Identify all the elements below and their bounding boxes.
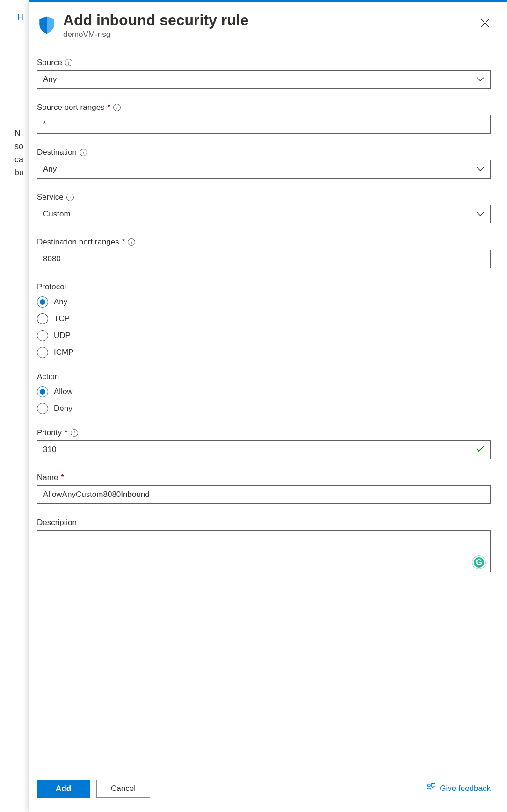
protocol-label: Protocol [37,282,66,292]
service-group: Service i Custom [37,193,491,223]
service-label: Service [37,193,64,202]
required-indicator: * [122,237,125,247]
radio-circle [37,403,48,414]
source-port-group: Source port ranges * i [37,103,491,134]
side-panel: Add inbound security rule demoVM-nsg Sou… [29,0,507,812]
info-icon[interactable]: i [71,429,78,437]
priority-group: Priority * i [37,428,491,459]
required-indicator: * [61,473,64,482]
protocol-group: Protocol AnyTCPUDPICMP [37,282,491,358]
action-group: Action AllowDeny [37,372,491,414]
chevron-down-icon [476,209,485,219]
name-label: Name [37,473,58,482]
priority-label: Priority [37,428,62,438]
radio-label: Any [54,297,67,307]
destination-value: Any [43,165,57,174]
protocol-radio-tcp[interactable]: TCP [37,313,491,324]
close-icon [480,22,490,29]
svg-point-0 [428,784,431,787]
dest-port-group: Destination port ranges * i [37,237,491,268]
add-button[interactable]: Add [37,780,90,798]
source-port-input[interactable] [37,115,491,134]
required-indicator: * [108,103,111,112]
give-feedback-link[interactable]: Give feedback [426,783,491,795]
source-value: Any [43,75,57,84]
radio-label: TCP [54,314,70,323]
info-icon[interactable]: i [66,194,74,201]
feedback-label: Give feedback [440,784,491,793]
protocol-radio-icmp[interactable]: ICMP [37,347,491,358]
radio-circle [37,313,48,324]
feedback-icon [426,783,436,795]
dest-port-label: Destination port ranges [37,237,119,247]
source-select[interactable]: Any [37,70,491,89]
destination-select[interactable]: Any [37,160,491,179]
radio-label: Allow [54,387,73,396]
panel-subtitle: demoVM-nsg [63,30,473,39]
info-icon[interactable]: i [128,238,135,246]
bg-breadcrumb-link[interactable]: H [17,13,23,22]
radio-circle [37,347,48,358]
shield-icon [37,15,57,35]
bg-text: Nsocabu [14,127,24,179]
info-icon[interactable]: i [80,149,87,156]
chevron-down-icon [476,75,485,84]
info-icon[interactable]: i [113,104,121,111]
protocol-radio-udp[interactable]: UDP [37,330,491,341]
cancel-button[interactable]: Cancel [96,780,150,798]
service-select[interactable]: Custom [37,205,491,223]
name-group: Name * [37,473,491,504]
service-value: Custom [43,209,71,219]
description-label: Description [37,518,77,527]
radio-circle [37,296,48,308]
info-icon[interactable]: i [65,59,72,66]
name-input[interactable] [37,485,491,504]
radio-circle [37,386,48,397]
priority-input[interactable] [37,440,491,459]
source-label: Source [37,58,62,67]
description-group: Description G [37,518,491,574]
panel-body: Source i Any Source port ranges * i Dest… [29,44,507,771]
panel-header: Add inbound security rule demoVM-nsg [29,2,507,44]
protocol-radio-any[interactable]: Any [37,296,491,308]
radio-circle [37,330,48,341]
source-group: Source i Any [37,58,491,89]
radio-label: UDP [54,331,71,340]
panel-footer: Add Cancel Give feedback [29,771,507,812]
destination-group: Destination i Any [37,148,491,179]
check-icon [476,445,485,454]
chevron-down-icon [476,165,485,174]
action-label: Action [37,372,59,381]
radio-label: ICMP [54,348,74,357]
close-button[interactable] [479,18,491,29]
source-port-label: Source port ranges [37,103,105,112]
radio-label: Deny [54,404,72,413]
description-input[interactable] [37,530,491,572]
action-radio-allow[interactable]: Allow [37,386,491,397]
action-radio-deny[interactable]: Deny [37,403,491,414]
dest-port-input[interactable] [37,250,491,268]
destination-label: Destination [37,148,77,157]
panel-title: Add inbound security rule [63,11,473,29]
required-indicator: * [65,428,68,438]
